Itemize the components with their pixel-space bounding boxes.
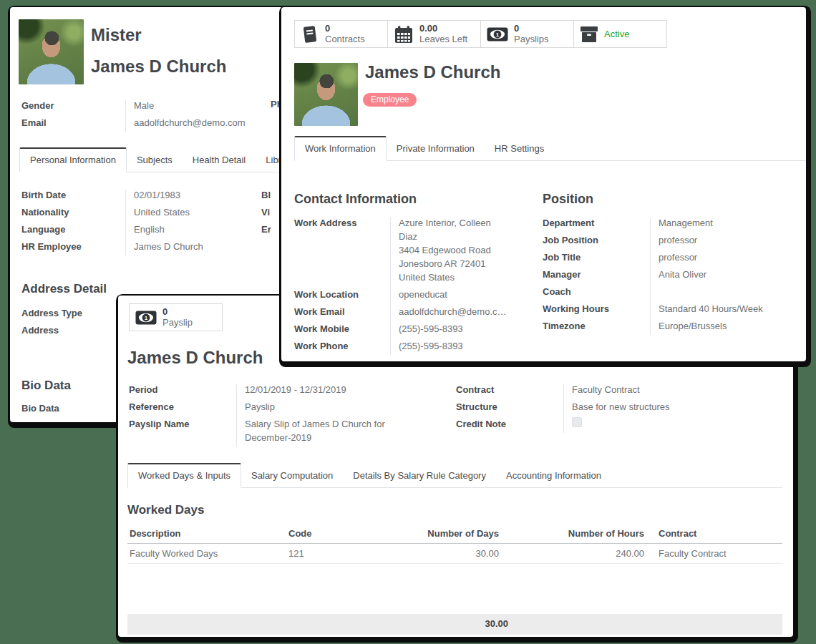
payslips-button[interactable]: 1 0 Payslips <box>480 20 574 48</box>
worked-days-heading: Worked Days <box>127 503 204 517</box>
clipped-right-label: Vi <box>261 205 270 219</box>
tab-accounting-information[interactable]: Accounting Information <box>496 464 611 487</box>
address-detail-heading: Address Detail <box>21 282 107 296</box>
credit-note-checkbox[interactable] <box>572 417 582 427</box>
field-label: Coach <box>543 285 650 298</box>
payslip-count-button[interactable]: 1 0 Payslip <box>129 303 223 331</box>
field-label: Address <box>21 323 115 337</box>
cell-description: Faculty Worked Days <box>127 548 288 559</box>
field-row: Work Location openeducat <box>294 288 530 301</box>
field-row: Department Management <box>543 216 786 230</box>
field-value: openeducat <box>390 288 447 301</box>
bio-data-heading: Bio Data <box>21 379 71 393</box>
field-label: Manager <box>543 268 650 281</box>
col-description: Description <box>127 528 288 539</box>
field-label: Work Phone <box>294 339 390 353</box>
field-label: Job Title <box>543 250 650 264</box>
field-row: Working Hours Standard 40 Hours/Week <box>543 302 786 316</box>
field-label: Structure <box>456 400 563 414</box>
field-label: Period <box>129 383 236 396</box>
payslip-employee-name: James D Church <box>127 347 263 369</box>
field-value: Base for new structures <box>563 400 670 414</box>
field-label: Work Location <box>294 288 390 301</box>
contact-fields: Work Address Azure Interior, Colleen Dia… <box>294 216 530 356</box>
field-label: Bio Data <box>21 401 115 415</box>
total-days: 30.00 <box>139 618 508 629</box>
col-contract: Contract <box>644 528 782 539</box>
field-label: Email <box>21 116 125 130</box>
employee-photo[interactable] <box>294 63 358 126</box>
stat-label: Contracts <box>325 34 365 44</box>
tab-worked-days-inputs[interactable]: Worked Days & Inputs <box>127 463 241 488</box>
tab-work-information[interactable]: Work Information <box>294 136 387 161</box>
tab-salary-computation[interactable]: Salary Computation <box>241 464 343 487</box>
cell-code: 121 <box>288 548 397 559</box>
stat-label: Payslip <box>162 317 193 328</box>
field-label: Work Email <box>294 305 390 318</box>
table-row[interactable]: Faculty Worked Days 121 30.00 240.00 Fac… <box>127 544 782 564</box>
leaves-button[interactable]: 0.00 Leaves Left <box>387 20 481 48</box>
field-value: English <box>125 223 261 236</box>
tab-hr-settings[interactable]: HR Settings <box>485 137 554 160</box>
field-row: Period 12/01/2019 - 12/31/2019 <box>129 383 444 396</box>
tab-health-detail[interactable]: Health Detail <box>183 149 256 172</box>
field-label: Work Address <box>294 216 390 284</box>
calendar-icon <box>394 24 414 44</box>
field-row: Manager Anita Oliver <box>543 268 786 281</box>
field-value: Payslip <box>236 400 275 414</box>
field-label: Job Position <box>543 233 650 247</box>
field-value: Standard 40 Hours/Week <box>650 302 763 316</box>
tab-subjects[interactable]: Subjects <box>127 149 183 172</box>
field-value: Faculty Contract <box>563 383 640 396</box>
stat-value: 0 <box>514 24 548 34</box>
employee-badge: Employee <box>363 93 417 107</box>
tab-details-by-salary-rule-category[interactable]: Details By Salary Rule Category <box>343 464 496 487</box>
employee-work-window: 0 Contracts 0.00 Leaves Left 1 0 Payslip… <box>281 7 806 361</box>
cell-days: 30.00 <box>397 548 499 559</box>
field-label: Language <box>21 223 125 236</box>
field-label: Reference <box>129 400 236 414</box>
field-value: Europe/Brussels <box>650 319 727 333</box>
stat-label: Leaves Left <box>419 34 467 44</box>
money-icon: 1 <box>487 27 508 42</box>
tab-personal-information[interactable]: Personal Information <box>19 147 127 172</box>
cell-hours: 240.00 <box>499 548 644 559</box>
field-row: Birth Date 02/01/1983 Bl <box>21 188 322 202</box>
personal-info-fields: Birth Date 02/01/1983 Bl Nationality Uni… <box>21 188 322 257</box>
field-label: Timezone <box>543 319 650 333</box>
field-row: Job Position professor <box>543 233 786 247</box>
bio-fields: Bio Data <box>21 401 115 419</box>
stat-value: 0.00 <box>419 24 467 34</box>
tab-private-information[interactable]: Private Information <box>387 137 485 160</box>
employee-name: James D Church <box>91 56 226 77</box>
worked-days-table: Description Code Number of Days Number o… <box>127 525 782 564</box>
field-label: Credit Note <box>456 417 563 431</box>
field-label: Nationality <box>21 205 125 219</box>
cell-contract: Faculty Contract <box>644 548 782 559</box>
field-row: Nationality United States Vi <box>21 205 322 219</box>
field-value: professor <box>650 250 697 264</box>
active-label: Active <box>604 29 629 39</box>
stat-label: Payslips <box>514 34 548 44</box>
field-row: Timezone Europe/Brussels <box>543 319 786 333</box>
work-tabbar: Work Information Private Information HR … <box>294 136 806 161</box>
stat-value: 0 <box>325 24 365 34</box>
payslip-right-fields: Contract Faculty Contract Structure Base… <box>456 383 771 434</box>
payslip-tabbar: Worked Days & Inputs Salary Computation … <box>127 463 782 488</box>
field-value <box>650 285 659 298</box>
stat-button-row: 0 Contracts 0.00 Leaves Left 1 0 Payslip… <box>294 20 667 48</box>
employee-photo[interactable] <box>19 19 84 84</box>
field-value: professor <box>650 233 697 247</box>
contracts-button[interactable]: 0 Contracts <box>294 20 388 48</box>
field-label: Gender <box>21 99 125 112</box>
field-value: aadolfdchurch@demo.com <box>125 116 246 130</box>
field-value: Management <box>650 216 713 230</box>
archive-icon <box>580 26 598 43</box>
field-label: Address Type <box>21 306 115 320</box>
field-row: Payslip Name Salary Slip of James D Chur… <box>129 417 444 444</box>
active-toggle-button[interactable]: Active <box>573 20 667 48</box>
clipped-right-label: Er <box>261 223 271 236</box>
field-row: Coach <box>543 285 786 298</box>
col-number-of-hours: Number of Hours <box>499 528 644 539</box>
field-value: Male <box>125 99 154 112</box>
